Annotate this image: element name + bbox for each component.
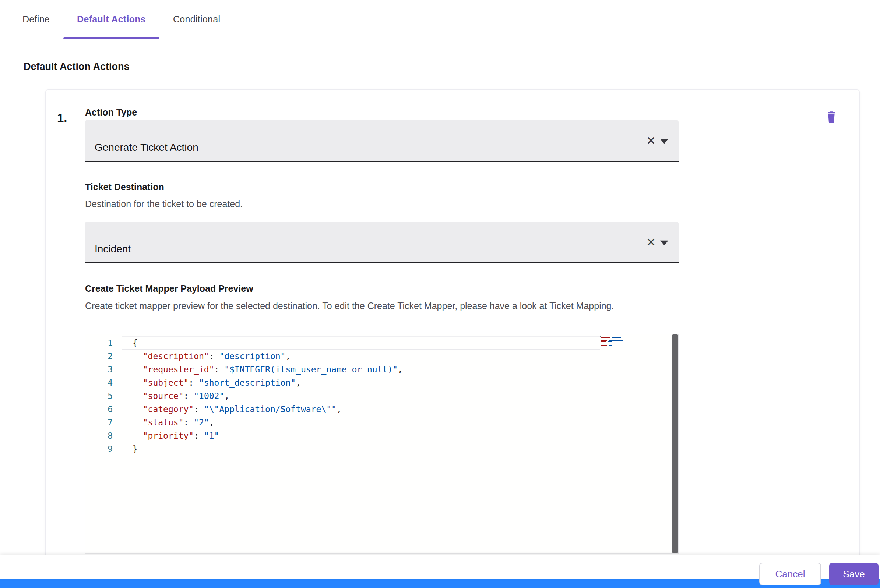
action-type-value: Generate Ticket Action [95, 142, 199, 153]
code-editor-lines: { "description": "description", "request… [132, 336, 669, 456]
tab-define[interactable]: Define [9, 0, 63, 39]
clear-x-icon[interactable]: ✕ [646, 135, 656, 146]
cancel-button[interactable]: Cancel [759, 562, 821, 585]
tab-default-actions-label: Default Actions [77, 14, 146, 25]
editor-minimap[interactable] [600, 336, 641, 348]
ticket-destination-select[interactable]: Incident ✕ [85, 222, 678, 263]
editor-scrollbar[interactable] [672, 334, 678, 553]
tab-bar: Define Default Actions Conditional [0, 0, 880, 39]
footer-bar [0, 555, 880, 579]
page-title: Default Action Actions [24, 61, 129, 72]
tab-conditional[interactable]: Conditional [159, 0, 234, 39]
action-type-label: Action Type [85, 107, 137, 118]
payload-preview-label: Create Ticket Mapper Payload Preview [85, 284, 253, 294]
chevron-down-icon[interactable] [660, 240, 668, 245]
action-index: 1. [57, 111, 68, 125]
payload-preview-help: Create ticket mapper preview for the sel… [85, 300, 663, 312]
code-editor-gutter: 123456789 [86, 336, 113, 456]
save-button[interactable]: Save [829, 562, 878, 585]
active-tab-indicator [63, 37, 159, 39]
ticket-destination-value: Incident [95, 243, 131, 255]
ticket-destination-help: Destination for the ticket to be created… [85, 198, 243, 210]
trash-icon [825, 110, 838, 125]
chevron-down-icon[interactable] [660, 139, 668, 144]
tab-default-actions[interactable]: Default Actions [63, 0, 159, 39]
code-editor[interactable]: 123456789 { "description": "description"… [85, 334, 678, 554]
tab-define-label: Define [23, 14, 50, 25]
ticket-destination-label: Ticket Destination [85, 182, 164, 192]
tab-conditional-label: Conditional [173, 14, 220, 25]
action-card: 1. Action Type Generate Ticket Action ✕ … [45, 89, 860, 559]
bottom-accent-bar [0, 578, 880, 588]
delete-action-button[interactable] [823, 108, 840, 126]
action-type-select[interactable]: Generate Ticket Action ✕ [85, 120, 678, 162]
clear-x-icon[interactable]: ✕ [646, 236, 656, 248]
